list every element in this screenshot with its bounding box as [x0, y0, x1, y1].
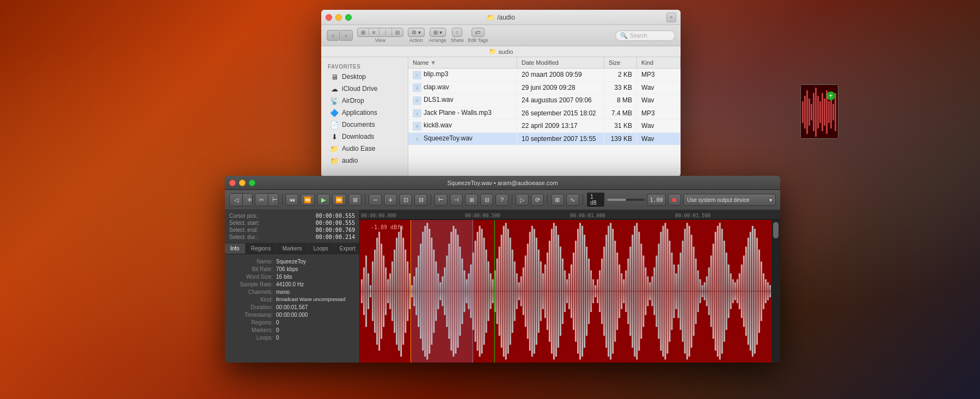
ae-timeline: 00:00:00.000 00:00:00.500 00:00:01.000 0… — [360, 210, 780, 220]
ae-play-mode-btn[interactable]: ▷ — [516, 194, 529, 206]
ae-back-step-btn[interactable]: ⏪ — [301, 194, 315, 206]
view-cover-btn[interactable]: ⊟ — [392, 28, 403, 36]
finder-search[interactable]: 🔍 Search — [615, 30, 675, 41]
sidebar-item-audio[interactable]: 📁 audio — [323, 155, 406, 167]
ae-tabs: Info Regions Markers Loops Export Recent — [225, 243, 359, 254]
ae-level-slider[interactable] — [607, 199, 645, 201]
edit-tags-control: 🏷 Edit Tags — [468, 28, 488, 43]
svg-rect-13 — [828, 101, 830, 123]
file-date-clap: 29 juni 2009 09:28 — [517, 82, 604, 93]
ae-level-display: 1 dB — [586, 192, 605, 207]
file-size-kick8: 31 KB — [604, 120, 637, 131]
ae-tab-info[interactable]: Info — [225, 243, 246, 254]
file-date-kick8: 22 april 2009 13:17 — [517, 120, 604, 131]
ae-zoom-fit-btn[interactable]: ⊡ — [399, 194, 412, 206]
share-button[interactable]: ↑ — [452, 28, 462, 36]
ae-level-fill — [607, 199, 626, 201]
ae-tab-loops[interactable]: Loops — [308, 243, 334, 254]
ae-scrollbar-thumb[interactable] — [773, 222, 779, 238]
col-header-kind[interactable]: Kind — [637, 57, 681, 68]
ae-forward-step-btn[interactable]: ⏩ — [332, 194, 346, 206]
file-date-dls1: 24 augustus 2007 09:06 — [517, 95, 604, 106]
col-header-date[interactable]: Date Modified — [517, 57, 604, 68]
arrange-control: ⊞ ▾ Arrange — [429, 28, 446, 43]
finder-window: 📁 /audio + ‹ › ⊞ ≡ ⋮ ⊟ View ⚙ ▾ Action — [321, 10, 681, 177]
ae-toolbar: ◁ ✳ ✂ ⊢ ⏮ ⏪ ▶ ⏩ ⊞ − + ⊡ ⊟ ⊢ ⊣ ⊞ ⊟ ? ▷ ⟳ … — [225, 190, 780, 210]
ae-zoom-out-btn[interactable]: − — [369, 194, 382, 206]
edit-tags-button[interactable]: 🏷 — [472, 28, 484, 36]
sidebar-section-favorites: Favorites — [321, 62, 408, 71]
view-icon-btn[interactable]: ⊞ — [358, 28, 369, 36]
ae-tab-export[interactable]: Export — [334, 243, 362, 254]
ae-zoom-in-btn[interactable]: + — [384, 194, 397, 206]
action-button[interactable]: ⚙ ▾ — [408, 28, 424, 36]
ae-scrollbar[interactable] — [771, 220, 780, 363]
ae-rewind-btn[interactable]: ⏮ — [285, 194, 298, 206]
sidebar-item-documents[interactable]: 📄 Documents — [323, 119, 406, 131]
file-kind-dls1: Wav — [637, 95, 681, 106]
sidebar-item-downloads[interactable]: ⬇ Downloads — [323, 131, 406, 143]
ae-meta-loops: Loops: 0 — [229, 334, 355, 341]
ae-back-btn[interactable]: ◁ — [230, 194, 243, 206]
toolbar-sep-6 — [583, 194, 583, 205]
file-row-kick8[interactable]: ♫kick8.wav 22 april 2009 13:17 31 KB Wav — [408, 120, 681, 133]
toolbar-sep-5 — [547, 194, 548, 205]
ae-stop-btn[interactable]: ⏹ — [668, 194, 681, 206]
view-list-btn[interactable]: ≡ — [369, 28, 379, 36]
toolbar-sep-1 — [282, 194, 283, 205]
sidebar-item-icloud[interactable]: ☁ iCloud Drive — [323, 83, 406, 95]
ae-play-btn[interactable]: ▶ — [317, 194, 330, 206]
path-label: audio — [499, 48, 513, 55]
sidebar-item-applications[interactable]: 🔷 Applications — [323, 107, 406, 119]
file-name-blip: ♪blip.mp3 — [408, 69, 517, 81]
sidebar-item-airdrop[interactable]: 📡 AirDrop — [323, 95, 406, 107]
ae-help-btn[interactable]: ? — [495, 194, 509, 206]
ae-tab-regions[interactable]: Regions — [246, 243, 277, 254]
ae-cursor-pos-label: Cursor pos.: — [229, 213, 259, 219]
back-button[interactable]: ‹ — [327, 30, 340, 41]
svg-rect-14 — [830, 96, 832, 128]
col-header-name[interactable]: Name ▼ — [408, 57, 517, 68]
close-button[interactable] — [326, 14, 332, 21]
sidebar-item-audioease[interactable]: 📁 Audio Ease — [323, 143, 406, 155]
file-row-dls1[interactable]: ♫DLS1.wav 24 augustus 2007 09:06 8 MB Wa… — [408, 94, 681, 107]
view-controls: ⊞ ≡ ⋮ ⊟ View — [357, 28, 403, 43]
ae-region-btn3[interactable]: ⊟ — [480, 194, 493, 206]
minimize-button[interactable] — [335, 14, 342, 21]
share-label: Share — [451, 38, 464, 43]
ae-play-loop-btn[interactable]: ⟳ — [531, 194, 544, 206]
file-row-clap[interactable]: ♫clap.wav 29 juni 2009 09:28 33 KB Wav — [408, 82, 681, 95]
ae-spectrum-btn[interactable]: ∿ — [566, 194, 579, 206]
ae-waveform-canvas[interactable]: -1.89 dBfs — [360, 220, 780, 363]
ae-waveform-container[interactable]: 00:00:00.000 00:00:00.500 00:00:01.000 0… — [360, 210, 780, 363]
arrange-button[interactable]: ⊞ ▾ — [430, 28, 445, 36]
ae-asterisk-btn[interactable]: ✳ — [243, 194, 253, 206]
col-header-size[interactable]: Size — [604, 57, 637, 68]
arrange-label: Arrange — [429, 38, 446, 43]
ae-min-button[interactable] — [239, 180, 246, 186]
ae-trim-btn[interactable]: ⊢ — [268, 194, 278, 206]
view-column-btn[interactable]: ⋮ — [379, 28, 392, 36]
ae-region-btn2[interactable]: ⊞ — [465, 194, 478, 206]
maximize-button[interactable] — [345, 14, 352, 21]
ae-zoom-sel-btn[interactable]: ⊟ — [414, 194, 427, 206]
file-row-squeezetoy[interactable]: ♫SqueezeToy.wav 10 september 2007 15:55 … — [408, 133, 681, 146]
ae-output-select[interactable]: Use system output device ▾ — [683, 194, 776, 206]
ae-extra-btn[interactable]: ⊞ — [348, 194, 362, 206]
ae-meta-loops-label: Loops: — [229, 335, 273, 341]
action-control: ⚙ ▾ Action — [408, 28, 425, 43]
ae-region-start-btn[interactable]: ⊢ — [434, 194, 448, 206]
add-tab-button[interactable]: + — [666, 13, 676, 22]
ae-waveform-btn[interactable]: ⊞ — [551, 194, 564, 206]
ae-close-button[interactable] — [229, 180, 236, 186]
file-row-jackplane[interactable]: ♪Jack Plane - Walls.mp3 26 september 201… — [408, 107, 681, 120]
ae-region-end-btn[interactable]: ⊣ — [450, 194, 463, 206]
file-size-clap: 33 KB — [604, 82, 637, 93]
file-row-blip[interactable]: ♪blip.mp3 20 maart 2008 09:59 2 KB MP3 — [408, 69, 681, 82]
ae-tab-markers[interactable]: Markers — [277, 243, 308, 254]
ae-max-button[interactable] — [249, 180, 255, 186]
ae-scissors-btn[interactable]: ✂ — [255, 194, 268, 206]
ae-meta-kind-value: Broadcast Wave uncompressed — [276, 297, 355, 303]
sidebar-item-desktop[interactable]: 🖥 Desktop — [323, 71, 406, 83]
forward-button[interactable]: › — [340, 30, 353, 41]
